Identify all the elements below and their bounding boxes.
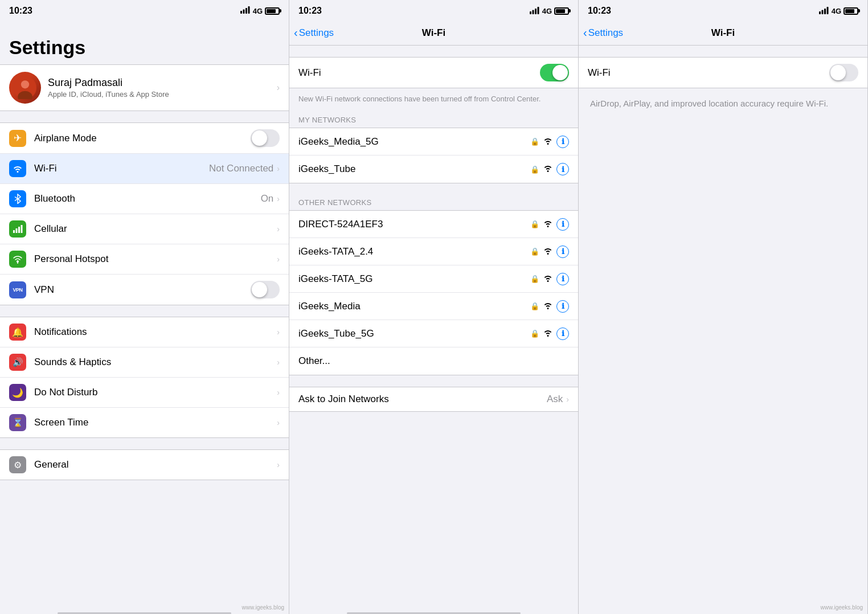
network-name-tata5g: iGeeks-TATA_5G [298, 273, 530, 285]
general-row[interactable]: ⚙ General › [0, 450, 289, 480]
general-chevron: › [277, 460, 280, 469]
svg-rect-0 [240, 11, 242, 14]
info-btn-media[interactable]: ℹ [556, 300, 569, 313]
info-btn-tata5g[interactable]: ℹ [556, 273, 569, 285]
status-bar-2: 10:23 4G [289, 0, 578, 21]
lock-icon-tata5g: 🔒 [530, 275, 539, 283]
wifi-row[interactable]: Wi-Fi Not Connected › [0, 154, 289, 184]
network-row-media[interactable]: iGeeks_Media 🔒 ℹ [289, 293, 578, 320]
lock-icon-media: 🔒 [530, 302, 539, 310]
network-icons-direct: 🔒 ℹ [530, 218, 569, 231]
bluetooth-icon [9, 190, 26, 207]
dnd-icon: 🌙 [9, 384, 26, 401]
connectivity-group: ✈ Airplane Mode Wi-Fi Not Connected › Bl… [0, 122, 289, 305]
airplane-toggle[interactable] [251, 129, 280, 147]
ask-chevron: › [566, 395, 569, 404]
info-btn-direct[interactable]: ℹ [556, 218, 569, 231]
vpn-label: VPN [34, 284, 251, 296]
info-btn-tube5g[interactable]: ℹ [556, 328, 569, 340]
network-row-tata5g[interactable]: iGeeks-TATA_5G 🔒 ℹ [289, 265, 578, 293]
vpn-toggle[interactable] [251, 281, 280, 298]
wifi-off-toggle-row[interactable]: Wi-Fi [579, 57, 867, 88]
lock-icon-direct: 🔒 [530, 220, 539, 228]
battery-icon-1 [265, 7, 280, 15]
wifi-value: Not Connected [209, 163, 273, 174]
sounds-row[interactable]: 🔊 Sounds & Haptics › [0, 347, 289, 378]
wifi-signal-tata5g [543, 274, 553, 284]
sounds-label: Sounds & Haptics [34, 357, 277, 368]
hotspot-row[interactable]: Personal Hotspot › [0, 244, 289, 275]
network-name-direct: DIRECT-524A1EF3 [298, 219, 530, 230]
airplane-label: Airplane Mode [34, 133, 251, 144]
profile-info: Suraj Padmasali Apple ID, iCloud, iTunes… [48, 77, 270, 99]
profile-name: Suraj Padmasali [48, 77, 270, 89]
screentime-row[interactable]: ⌛ Screen Time › [0, 408, 289, 437]
svg-rect-21 [824, 9, 826, 14]
svg-rect-18 [537, 7, 539, 14]
wifi-toggle-off[interactable] [829, 64, 858, 81]
cellular-icon [9, 220, 26, 238]
cellular-row[interactable]: Cellular › [0, 214, 289, 244]
network-name-other: Other... [298, 355, 569, 367]
network-icons-tata5g: 🔒 ℹ [530, 273, 569, 285]
other-networks-group: DIRECT-524A1EF3 🔒 ℹ iGeeks-TATA_2.4 🔒 ℹ [289, 210, 578, 375]
vpn-row[interactable]: VPN VPN [0, 275, 289, 305]
screentime-chevron: › [277, 418, 280, 427]
back-chevron-icon: ‹ [294, 26, 298, 39]
general-group: ⚙ General › [0, 449, 289, 480]
battery-icon-2 [554, 7, 569, 15]
settings-title: Settings [9, 36, 280, 59]
network-row-other[interactable]: Other... [289, 347, 578, 375]
dnd-row[interactable]: 🌙 Do Not Disturb › [0, 378, 289, 408]
svg-rect-12 [21, 225, 23, 233]
svg-rect-9 [13, 230, 15, 233]
network-icons-tata24: 🔒 ℹ [530, 245, 569, 258]
network-row-tata24[interactable]: iGeeks-TATA_2.4 🔒 ℹ [289, 238, 578, 265]
dnd-label: Do Not Disturb [34, 387, 277, 398]
profile-row[interactable]: Suraj Padmasali Apple ID, iCloud, iTunes… [0, 64, 289, 111]
network-row-tube5g[interactable]: iGeeks_Tube_5G 🔒 ℹ [289, 320, 578, 347]
status-indicators-1: 4G [240, 6, 280, 15]
wifi-icon [9, 160, 26, 177]
settings-back-button[interactable]: ‹ Settings [294, 26, 334, 39]
svg-rect-2 [245, 8, 247, 14]
cellular-label: Cellular [34, 223, 277, 235]
status-indicators-2: 4G [530, 6, 569, 16]
wifi-signal-tube5g [543, 329, 553, 339]
network-name-0: iGeeks_Media_5G [298, 136, 530, 148]
ask-join-row[interactable]: Ask to Join Networks Ask › [289, 387, 578, 412]
network-row-igeeks-media-5g[interactable]: iGeeks_Media_5G 🔒 ℹ [289, 128, 578, 155]
info-btn-0[interactable]: ℹ [556, 136, 569, 148]
network-row-direct[interactable]: DIRECT-524A1EF3 🔒 ℹ [289, 211, 578, 238]
wifi-off-nav-title: Wi-Fi [711, 27, 735, 39]
info-btn-tata24[interactable]: ℹ [556, 245, 569, 258]
network-icons-1: 🔒 ℹ [530, 163, 569, 175]
notifications-row[interactable]: 🔔 Notifications › [0, 317, 289, 347]
info-btn-1[interactable]: ℹ [556, 163, 569, 175]
notifications-icon: 🔔 [9, 324, 26, 341]
network-row-igeeks-tube[interactable]: iGeeks_Tube 🔒 ℹ [289, 155, 578, 183]
cellular-chevron: › [277, 224, 280, 234]
profile-chevron: › [277, 83, 280, 93]
other-networks-header: OTHER NETWORKS [289, 195, 578, 210]
svg-rect-19 [819, 11, 821, 14]
svg-point-5 [21, 80, 29, 88]
svg-rect-17 [535, 9, 537, 14]
hotspot-icon [9, 251, 26, 268]
wifi-toggle-section: Wi-Fi [289, 57, 578, 88]
hotspot-label: Personal Hotspot [34, 253, 277, 265]
time-1: 10:23 [9, 6, 32, 16]
svg-rect-22 [826, 7, 828, 14]
airplane-mode-row[interactable]: ✈ Airplane Mode [0, 123, 289, 154]
dnd-chevron: › [277, 388, 280, 397]
watermark: www.igeeks.blog [242, 604, 284, 611]
signal-icon-1 [240, 6, 251, 15]
wifi-signal-tata24 [543, 247, 553, 257]
bluetooth-row[interactable]: Bluetooth On › [0, 184, 289, 214]
wifi-on-nav-title: Wi-Fi [422, 27, 445, 39]
wifi-signal-direct [543, 219, 553, 230]
settings-back-button-3[interactable]: ‹ Settings [583, 26, 623, 39]
network-name-tata24: iGeeks-TATA_2.4 [298, 246, 530, 257]
wifi-toggle-row[interactable]: Wi-Fi [289, 57, 578, 88]
wifi-toggle-on[interactable] [540, 64, 569, 81]
